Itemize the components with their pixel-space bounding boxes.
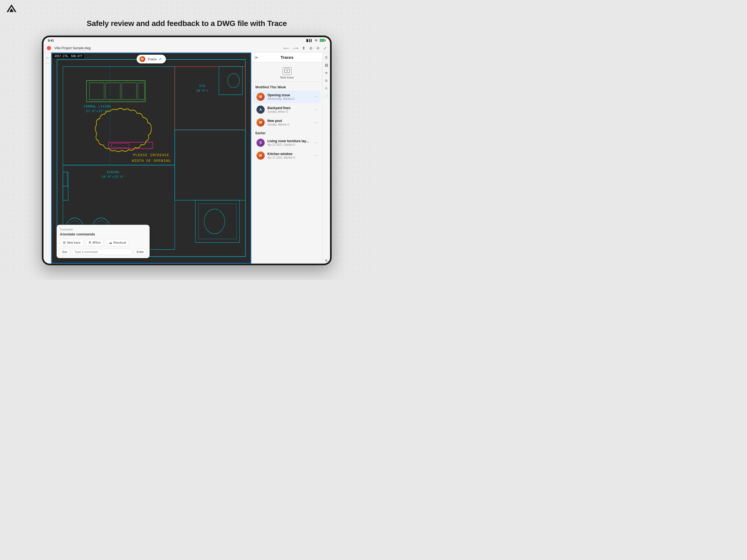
eye-icon[interactable]: 👁 [324, 70, 330, 76]
panel-collapse-button[interactable]: ≫ [254, 55, 258, 59]
trace-avatar-martha-3: M [256, 152, 265, 160]
trace-label: Trace [148, 57, 157, 61]
trace-item-more-1[interactable]: ··· [314, 94, 317, 99]
left-sidebar: ≫ [44, 52, 51, 263]
panel-title: Traces [281, 55, 294, 59]
app-toolbar: ✕ Villa Project Sample.dwg ⟵ ⟶ ⬆ ⊘ ✛ ⤢ [44, 44, 330, 52]
far-right-icons: ☰ 🖼 👁 ⧉ ⎘ 📄 ⚙ [323, 52, 330, 263]
properties-icon[interactable]: ☰ [324, 55, 330, 61]
mtext-cmd-icon: A [89, 240, 91, 245]
trace-item-more-2[interactable]: ··· [314, 107, 317, 112]
new-trace-command-button[interactable]: ⊞ New trace [60, 239, 84, 246]
trace-user-avatar: M [139, 56, 146, 62]
ipad-screen: 9:41 ▐▌▌▌ [44, 37, 330, 263]
room-label-dining: DINING16'9"×15'0" [102, 170, 125, 179]
trace-item-more-4[interactable]: ··· [314, 140, 317, 145]
svg-rect-5 [325, 40, 326, 41]
svg-rect-14 [111, 143, 129, 147]
trace-item-opening-issue[interactable]: M Opening issue Wednesday, Martha G ··· [253, 91, 321, 103]
trace-item-info-1: Opening issue Wednesday, Martha G [267, 93, 311, 100]
section-header-earlier: Earlier [252, 129, 323, 136]
link-icon[interactable]: ⎘ [324, 85, 330, 91]
trace-item-kitchen-window[interactable]: M Kitchen window Apr 21 2021, Martha G ·… [253, 149, 321, 162]
command-input-row: Esc Enter [60, 249, 146, 255]
panel-content: New trace Modified This Week M Opening i… [252, 62, 323, 263]
trace-check-icon: ✓ [159, 57, 162, 61]
mtext-command-button[interactable]: A MText [86, 239, 104, 246]
svg-rect-24 [195, 200, 239, 242]
trace-item-info-4: Living room furniture layout Apr 22 2021… [267, 139, 311, 146]
esc-button[interactable]: Esc [60, 249, 70, 255]
toolbar-icons: ⟵ ⟶ ⬆ ⊘ ✛ ⤢ [284, 46, 327, 50]
revcloud-cmd-label: Revcloud [113, 241, 126, 244]
traces-panel: ≫ Traces [251, 52, 323, 263]
trace-item-name-3: New pool [267, 119, 311, 123]
mtext-cmd-label: MText [93, 241, 100, 244]
trace-item-info-5: Kitchen window Apr 21 2021, Martha G [267, 152, 311, 159]
new-trace-panel-icon [283, 67, 291, 75]
trace-item-meta-5: Apr 21 2021, Martha G [267, 156, 311, 159]
trace-item-more-5[interactable]: ··· [314, 153, 317, 158]
layers-icon[interactable]: ⧉ [324, 78, 330, 84]
new-trace-cmd-label: New trace [67, 241, 81, 244]
block-icon[interactable]: ⊘ [309, 46, 312, 50]
page-title-container: Safely review and add feedback to a DWG … [0, 17, 374, 33]
new-trace-cmd-icon: ⊞ [63, 240, 66, 245]
room-label-storage: STO10'0"× [196, 84, 209, 93]
command-title: Annotate commands [60, 232, 146, 236]
left-sidebar-icon-1: ≫ [44, 55, 50, 61]
room-label-living: FORMAL LIVING21'0"×15'0" [84, 104, 111, 113]
trace-item-meta-3: Sunday, Martha G [267, 123, 311, 126]
page-title: Safely review and add feedback to a DWG … [0, 19, 374, 28]
trace-item-living-room[interactable]: S Living room furniture layout Apr 22 20… [253, 136, 321, 149]
coordinate-display: 4957.276, 500.077 [53, 54, 84, 58]
new-trace-panel-label: New trace [280, 76, 294, 79]
revcloud-cmd-icon: ☁ [109, 240, 112, 245]
image-icon[interactable]: 🖼 [324, 62, 330, 68]
dwg-canvas[interactable]: 4957.276, 500.077 M Trace ✓ [51, 52, 251, 263]
document-icon[interactable]: 📄 [324, 93, 330, 99]
svg-rect-12 [138, 83, 145, 100]
page-wrapper: Safely review and add feedback to a DWG … [0, 0, 374, 280]
wifi-icon [314, 39, 318, 42]
battery-icon [319, 39, 326, 42]
trace-item-name-1: Opening issue [267, 93, 311, 97]
forward-icon[interactable]: ⟶ [293, 46, 298, 50]
trace-item-new-pool[interactable]: M New pool Sunday, Martha G ··· [253, 116, 321, 129]
revcloud-command-button[interactable]: ☁ Revcloud [106, 239, 129, 246]
enter-button[interactable]: Enter [134, 249, 146, 255]
status-bar: 9:41 ▐▌▌▌ [44, 37, 330, 44]
command-buttons: ⊞ New trace A MText ☁ Revcloud [60, 239, 146, 246]
expand-icon[interactable]: ⤢ [324, 46, 327, 50]
signal-icon: ▐▌▌▌ [305, 39, 312, 42]
status-right: ▐▌▌▌ [305, 39, 326, 42]
trace-item-meta-2: Sunday, Arthur G [267, 110, 311, 113]
svg-rect-11 [122, 83, 136, 100]
file-name: Villa Project Sample.dwg [54, 46, 91, 50]
trace-item-info-3: New pool Sunday, Martha G [267, 119, 311, 126]
trace-item-meta-1: Wednesday, Martha G [267, 97, 311, 100]
command-label: Command: [60, 228, 146, 231]
trace-item-name-5: Kitchen window [267, 152, 311, 156]
back-icon[interactable]: ⟵ [284, 46, 289, 50]
new-trace-panel-button[interactable]: New trace [252, 65, 323, 82]
command-input-field[interactable] [72, 249, 132, 255]
svg-rect-16 [175, 130, 245, 200]
svg-rect-7 [63, 67, 175, 165]
trace-badge[interactable]: M Trace ✓ [137, 55, 166, 63]
trace-item-more-3[interactable]: ··· [314, 120, 317, 125]
trace-item-backyard-fixes[interactable]: A Backyard fixes Sunday, Arthur G ··· [253, 103, 321, 116]
trace-avatar-sandra: S [256, 138, 265, 147]
section-header-this-week: Modified This Week [252, 83, 323, 90]
share-icon[interactable]: ⬆ [302, 46, 305, 50]
top-bar [0, 0, 374, 17]
svg-rect-27 [219, 67, 242, 95]
trace-avatar-arthur: A [256, 105, 265, 114]
settings-icon[interactable]: ⚙ [324, 258, 330, 263]
trace-item-meta-4: Apr 22 2021, Sandra K [267, 143, 311, 146]
close-button[interactable]: ✕ [47, 46, 51, 50]
trace-item-name-2: Backyard fixes [267, 106, 311, 110]
crosshair-icon[interactable]: ✛ [316, 46, 319, 50]
trace-avatar-martha-2: M [256, 119, 265, 127]
autodesk-logo [6, 4, 17, 12]
